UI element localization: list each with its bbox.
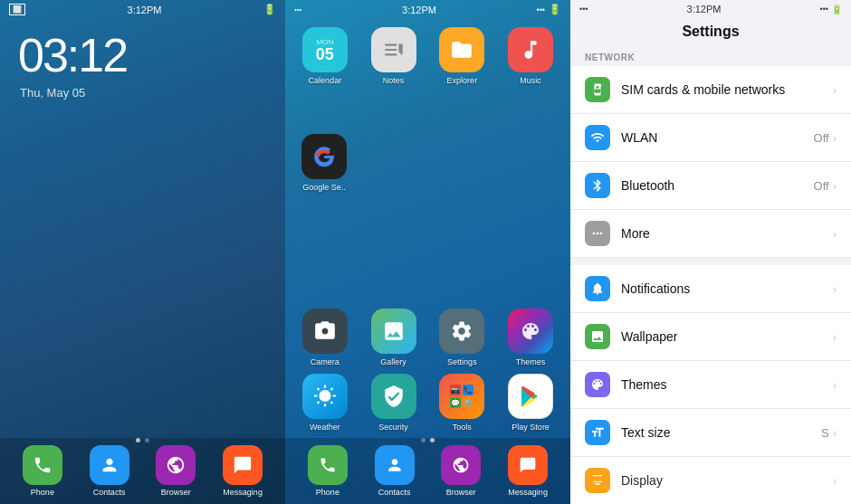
settings-row-wallpaper[interactable]: Wallpaper › [570, 313, 851, 361]
app-themes[interactable]: Themes [500, 309, 561, 366]
app-tools[interactable]: 📷 📞 💬 ⚙️ Tools [432, 374, 493, 432]
date-display: Thu, May 05 [0, 82, 285, 103]
notes-label: Notes [383, 76, 405, 85]
dock-messaging-mid[interactable]: Messaging [508, 445, 548, 497]
dock-phone-left[interactable]: Phone [23, 445, 62, 497]
status-icons-left: 🔋 [263, 4, 276, 15]
google-icon [301, 134, 347, 179]
wallpaper-chevron: › [833, 330, 837, 344]
settings-row-textsize[interactable]: Text size S › [570, 409, 851, 457]
app-weather[interactable]: Weather [294, 374, 356, 432]
dock-phone-label-mid: Phone [316, 488, 339, 497]
bluetooth-chevron: › [833, 179, 837, 193]
sim-icon [585, 77, 610, 102]
tools-label: Tools [453, 423, 472, 432]
weather-label: Weather [310, 423, 340, 432]
svg-point-2 [597, 233, 599, 235]
lock-screen: ⬜ 3:12PM 🔋 03:12 Thu, May 05 Phone Conta… [0, 0, 285, 504]
dock-messaging-left[interactable]: Messaging [223, 445, 263, 497]
settings-panel: ••• 3:12PM ••• 🔋 Settings NETWORK SIM ca… [570, 0, 851, 504]
more-chevron: › [833, 227, 837, 241]
app-play-store[interactable]: Play Store [500, 374, 561, 432]
calendar-icon: MON 05 [302, 27, 348, 72]
contacts-icon-mid [375, 445, 415, 485]
bluetooth-icon [585, 173, 610, 198]
play-store-icon [508, 374, 553, 419]
dock-left: Phone Contacts Browser Messaging [0, 438, 285, 504]
settings-row-more[interactable]: More › [570, 210, 851, 258]
wlan-chevron: › [833, 131, 837, 145]
dock-messaging-label-mid: Messaging [508, 488, 548, 497]
phone-icon-mid [308, 445, 348, 485]
messaging-icon-left [223, 445, 263, 485]
settings-row-wlan[interactable]: WLAN Off › [570, 114, 851, 162]
music-label: Music [520, 76, 541, 85]
settings-label: Settings [447, 357, 477, 366]
google-app-container: Google Se.. [301, 134, 347, 192]
themes-settings-icon [585, 372, 610, 397]
status-time-mid: 3:12PM [402, 5, 436, 15]
dock-browser-left[interactable]: Browser [156, 445, 196, 497]
status-bar-mid: ••• 3:12PM ••• 🔋 [285, 0, 570, 19]
dock-phone-mid[interactable]: Phone [308, 445, 348, 497]
status-icons-mid: ••• 🔋 [537, 4, 561, 15]
dock-browser-label-mid: Browser [446, 488, 476, 497]
app-explorer[interactable]: Explorer [432, 27, 493, 85]
textsize-chevron: › [833, 426, 837, 440]
dock-contacts-left[interactable]: Contacts [90, 445, 129, 497]
battery-settings: 🔋 [831, 5, 842, 14]
notifications-chevron: › [833, 282, 837, 296]
dock-mid: Phone Contacts Browser Messaging [285, 438, 570, 504]
app-music[interactable]: Music [500, 27, 561, 85]
dock-contacts-mid[interactable]: Contacts [375, 445, 415, 497]
display-icon [585, 468, 610, 493]
wifi-icon [585, 125, 610, 150]
signal-mid: ••• [537, 5, 545, 14]
svg-point-3 [600, 233, 603, 235]
settings-row-display[interactable]: Display › [570, 457, 851, 504]
dock-contacts-label-mid: Contacts [378, 488, 411, 497]
dock-browser-label-left: Browser [161, 488, 191, 497]
app-settings[interactable]: Settings [432, 309, 493, 366]
security-icon [371, 374, 416, 419]
settings-row-bluetooth[interactable]: Bluetooth Off › [570, 162, 851, 210]
themes-icon [508, 309, 553, 354]
camera-icon [302, 309, 348, 354]
weather-icon [302, 374, 348, 419]
app-notes[interactable]: Notes [363, 27, 425, 85]
home-screen: ••• 3:12PM ••• 🔋 MON 05 Calendar Notes [285, 0, 570, 504]
bluetooth-label: Bluetooth [621, 178, 814, 193]
signal-settings: ••• [579, 5, 588, 14]
bluetooth-value: Off [814, 179, 829, 193]
contacts-icon-left [90, 445, 129, 485]
signal-dots: ••• [294, 5, 301, 14]
app-google[interactable]: Google Se.. [301, 134, 347, 192]
dock-messaging-label-left: Messaging [223, 488, 263, 497]
network-header: NETWORK [570, 47, 851, 66]
app-calendar[interactable]: MON 05 Calendar [294, 27, 356, 85]
settings-row-notifications[interactable]: Notifications › [570, 265, 851, 313]
settings-row-sim[interactable]: SIM cards & mobile networks › [570, 66, 851, 114]
app-security[interactable]: Security [363, 374, 425, 432]
themes-settings-label: Themes [621, 377, 829, 392]
dock-browser-mid[interactable]: Browser [441, 445, 481, 497]
browser-icon-mid [441, 445, 481, 485]
google-label: Google Se.. [302, 183, 346, 192]
textsize-value: S [821, 426, 829, 440]
app-gallery[interactable]: Gallery [363, 309, 425, 366]
explorer-icon [439, 27, 484, 72]
messaging-icon-mid [508, 445, 548, 485]
home-icons-top: MON 05 Calendar Notes Explorer Music [294, 27, 561, 85]
wlan-label: WLAN [621, 130, 814, 145]
wallpaper-label: Wallpaper [621, 329, 829, 344]
gallery-icon [371, 309, 416, 354]
phone-icon-left [23, 445, 62, 485]
wallpaper-icon [585, 324, 610, 349]
more-label: More [621, 226, 829, 241]
signal-right: ••• [820, 5, 828, 14]
app-camera[interactable]: Camera [294, 309, 356, 366]
battery-mid: 🔋 [549, 4, 561, 15]
wlan-value: Off [814, 131, 829, 145]
settings-row-themes[interactable]: Themes › [570, 361, 851, 409]
textsize-icon [585, 420, 610, 445]
